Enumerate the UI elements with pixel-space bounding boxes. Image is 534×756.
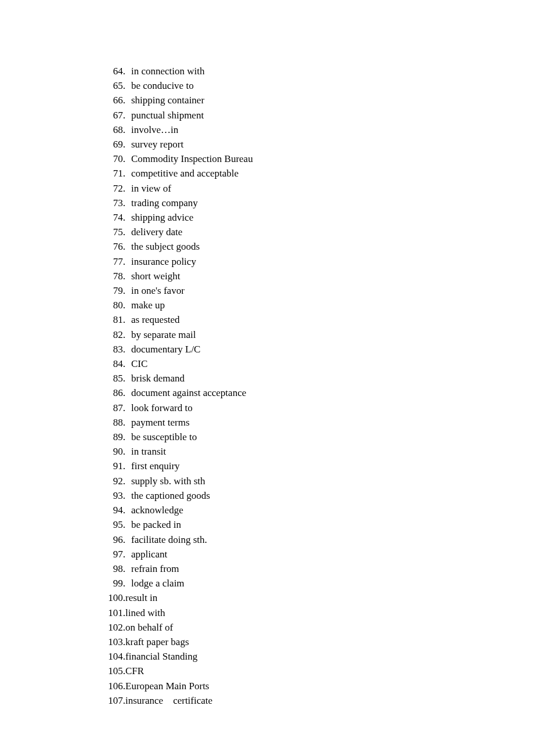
item-term: kraft paper bags (125, 635, 189, 649)
document-page: 64.in connection with65.be conducive to6… (0, 0, 534, 708)
item-number: 73. (103, 196, 125, 210)
item-term: refrain from (131, 561, 179, 576)
item-term: competitive and acceptable (131, 166, 239, 181)
item-gap (125, 283, 131, 298)
item-term: by separate mail (131, 327, 196, 342)
item-number: 84. (103, 357, 125, 371)
item-term: make up (131, 298, 165, 312)
item-term: shipping advice (131, 210, 193, 225)
item-number: 66. (103, 93, 125, 107)
item-gap (125, 269, 131, 283)
item-term: in transit (131, 444, 166, 459)
list-item: 105.CFR (103, 664, 534, 678)
list-item: 81.as requested (103, 312, 534, 327)
list-item: 94.acknowledge (103, 503, 534, 517)
item-gap (125, 210, 131, 225)
item-gap (125, 181, 131, 196)
item-gap (125, 342, 131, 357)
item-gap (125, 93, 131, 107)
list-item: 84.CIC (103, 357, 534, 371)
item-number: 104. (103, 649, 125, 664)
list-item: 89.be susceptible to (103, 430, 534, 444)
item-gap (125, 430, 131, 444)
item-term: acknowledge (131, 503, 183, 517)
item-gap (125, 357, 131, 371)
item-term: short weight (131, 269, 181, 283)
item-term: be packed in (131, 517, 181, 532)
item-term: as requested (131, 312, 180, 327)
list-item: 70.Commodity Inspection Bureau (103, 152, 534, 166)
item-term: delivery date (131, 225, 182, 239)
list-item: 72.in view of (103, 181, 534, 196)
list-item: 68.involve…in (103, 123, 534, 137)
item-number: 96. (103, 532, 125, 547)
item-gap (125, 254, 131, 269)
item-gap (125, 547, 131, 561)
item-term: result in (125, 591, 157, 605)
list-item: 83.documentary L/C (103, 342, 534, 357)
list-item: 80.make up (103, 298, 534, 312)
item-term: payment terms (131, 415, 190, 430)
item-term: document against acceptance (131, 386, 246, 400)
item-number: 99. (103, 576, 125, 591)
item-term: in connection with (131, 64, 205, 78)
list-item: 101.lined with (103, 606, 534, 620)
item-number: 91. (103, 459, 125, 473)
item-gap (125, 532, 131, 547)
item-term: documentary L/C (131, 342, 200, 357)
item-term: be susceptible to (131, 430, 197, 444)
item-number: 68. (103, 123, 125, 137)
list-item: 78.short weight (103, 269, 534, 283)
list-item: 99.lodge a claim (103, 576, 534, 591)
item-gap (125, 137, 131, 152)
item-number: 106. (103, 679, 125, 693)
list-item: 71.competitive and acceptable (103, 166, 534, 181)
item-term: European Main Ports (125, 679, 209, 693)
list-item: 69.survey report (103, 137, 534, 152)
list-item: 66.shipping container (103, 93, 534, 107)
item-number: 80. (103, 298, 125, 312)
item-term: supply sb. with sth (131, 474, 205, 488)
item-number: 102. (103, 620, 125, 635)
item-number: 97. (103, 547, 125, 561)
list-item: 106.European Main Ports (103, 679, 534, 693)
item-term: in view of (131, 181, 171, 196)
item-number: 65. (103, 78, 125, 93)
item-gap (125, 166, 131, 181)
item-gap (125, 78, 131, 93)
list-item: 91.first enquiry (103, 459, 534, 473)
item-number: 79. (103, 283, 125, 298)
item-number: 101. (103, 606, 125, 620)
list-item: 107.insurance certificate (103, 693, 534, 708)
item-gap (125, 488, 131, 503)
list-item: 97.applicant (103, 547, 534, 561)
item-number: 81. (103, 312, 125, 327)
list-item: 100.result in (103, 591, 534, 605)
list-item: 77.insurance policy (103, 254, 534, 269)
item-gap (125, 386, 131, 400)
item-number: 89. (103, 430, 125, 444)
item-gap (125, 327, 131, 342)
item-term: insurance policy (131, 254, 196, 269)
item-number: 87. (103, 401, 125, 415)
item-term: CFR (125, 664, 144, 678)
item-gap (125, 312, 131, 327)
item-number: 85. (103, 371, 125, 386)
item-number: 74. (103, 210, 125, 225)
item-gap (125, 196, 131, 210)
list-item: 65.be conducive to (103, 78, 534, 93)
item-term: lined with (125, 606, 165, 620)
item-term: brisk demand (131, 371, 185, 386)
item-gap (125, 474, 131, 488)
list-item: 74.shipping advice (103, 210, 534, 225)
item-term: Commodity Inspection Bureau (131, 152, 253, 166)
list-item: 93.the captioned goods (103, 488, 534, 503)
item-gap (125, 401, 131, 415)
list-item: 86.document against acceptance (103, 386, 534, 400)
item-gap (125, 225, 131, 239)
item-number: 107. (103, 693, 125, 708)
list-item: 82.by separate mail (103, 327, 534, 342)
item-number: 71. (103, 166, 125, 181)
item-term: look forward to (131, 401, 193, 415)
list-item: 92.supply sb. with sth (103, 474, 534, 488)
